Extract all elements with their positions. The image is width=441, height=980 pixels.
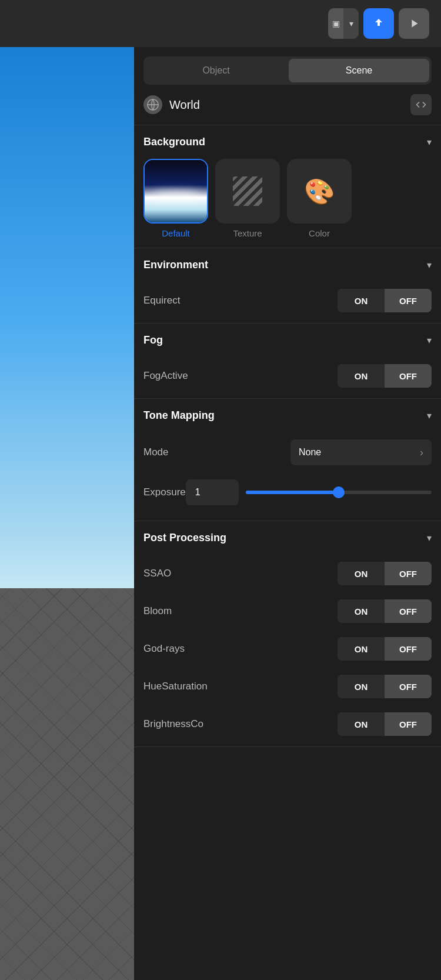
background-default-label: Default: [162, 228, 190, 238]
texture-icon: [231, 175, 264, 208]
world-header: World: [134, 85, 441, 125]
fog-section-header[interactable]: Fog ▾: [143, 324, 432, 357]
background-section: Background ▾ Default Textur: [134, 125, 441, 248]
background-default-box[interactable]: [143, 159, 208, 224]
mode-row: Mode None ›: [143, 432, 432, 472]
environment-section-header[interactable]: Environment ▾: [143, 248, 432, 282]
exposure-slider-thumb[interactable]: [333, 486, 345, 498]
world-icon: [143, 95, 162, 114]
equirect-off-button[interactable]: OFF: [385, 289, 432, 312]
hue-saturation-row: HueSaturation ON OFF: [143, 668, 432, 705]
background-title: Background: [143, 136, 205, 148]
hue-saturation-label: HueSaturation: [143, 681, 208, 692]
god-rays-toggle: ON OFF: [338, 637, 432, 661]
tab-scene[interactable]: Scene: [289, 59, 429, 82]
god-rays-off-button[interactable]: OFF: [385, 637, 432, 661]
mode-dropdown-arrow-icon: ›: [420, 446, 423, 459]
background-texture-label: Texture: [233, 228, 262, 238]
post-processing-title: Post Processing: [143, 532, 226, 544]
fog-chevron-icon: ▾: [427, 335, 432, 346]
tone-mapping-title: Tone Mapping: [143, 409, 215, 422]
fog-active-row: FogActive ON OFF: [143, 357, 432, 395]
layout-button[interactable]: ▣ ▾: [328, 8, 359, 39]
background-color-box[interactable]: 🎨: [287, 159, 352, 224]
fog-active-label: FogActive: [143, 370, 188, 382]
brightness-contrast-on-button[interactable]: ON: [338, 712, 385, 736]
upload-button[interactable]: [363, 8, 394, 39]
ssao-on-button[interactable]: ON: [338, 562, 385, 585]
default-bg-preview: [145, 160, 207, 222]
mode-dropdown[interactable]: None ›: [290, 439, 432, 465]
preview-sky: [0, 47, 134, 588]
world-title: World: [169, 98, 410, 112]
tone-mapping-section-header[interactable]: Tone Mapping ▾: [143, 399, 432, 432]
exposure-row: Exposure 1: [143, 472, 432, 517]
horizon-line: [0, 579, 134, 579]
brightness-contrast-toggle: ON OFF: [338, 712, 432, 736]
exposure-slider-fill: [246, 491, 339, 494]
fog-title: Fog: [143, 334, 163, 346]
mode-label: Mode: [143, 446, 169, 458]
tone-mapping-section: Tone Mapping ▾ Mode None › Exposure 1: [134, 399, 441, 521]
fog-active-toggle: ON OFF: [338, 364, 432, 388]
ssao-toggle: ON OFF: [338, 562, 432, 585]
mode-value: None: [299, 447, 321, 458]
equirect-row: Equirect ON OFF: [143, 282, 432, 319]
environment-chevron-icon: ▾: [427, 259, 432, 271]
toolbar: ▣ ▾: [0, 0, 441, 47]
right-panel: Object Scene World Background ▾: [134, 47, 441, 980]
ssao-label: SSAO: [143, 568, 171, 579]
exposure-value: 1: [195, 487, 201, 498]
preview-ground: [0, 588, 134, 980]
fog-active-on-button[interactable]: ON: [338, 364, 385, 388]
tab-object[interactable]: Object: [146, 59, 286, 82]
bloom-toggle: ON OFF: [338, 599, 432, 623]
exposure-label: Exposure: [143, 486, 186, 498]
background-option-texture[interactable]: Texture: [215, 159, 280, 238]
background-color-label: Color: [309, 228, 330, 238]
hue-saturation-off-button[interactable]: OFF: [385, 675, 432, 698]
play-button[interactable]: [399, 8, 429, 39]
brightness-contrast-off-button[interactable]: OFF: [385, 712, 432, 736]
bg-glow: [152, 192, 199, 199]
bloom-off-button[interactable]: OFF: [385, 599, 432, 623]
bloom-on-button[interactable]: ON: [338, 599, 385, 623]
bloom-row: Bloom ON OFF: [143, 592, 432, 630]
background-section-header[interactable]: Background ▾: [143, 125, 432, 159]
code-button[interactable]: [410, 94, 432, 115]
ssao-row: SSAO ON OFF: [143, 555, 432, 592]
background-options: Default Texture 🎨 Color: [143, 159, 432, 248]
brightness-contrast-label: BrightnessCo: [143, 718, 203, 730]
fog-section: Fog ▾ FogActive ON OFF: [134, 324, 441, 399]
background-chevron-icon: ▾: [427, 136, 432, 148]
tone-mapping-chevron-icon: ▾: [427, 410, 432, 421]
hue-saturation-toggle: ON OFF: [338, 675, 432, 698]
post-processing-chevron-icon: ▾: [427, 532, 432, 544]
hue-saturation-on-button[interactable]: ON: [338, 675, 385, 698]
ssao-off-button[interactable]: OFF: [385, 562, 432, 585]
equirect-on-button[interactable]: ON: [338, 289, 385, 312]
post-processing-section-header[interactable]: Post Processing ▾: [143, 521, 432, 555]
preview-panel: [0, 47, 134, 980]
bloom-label: Bloom: [143, 605, 172, 617]
background-option-default[interactable]: Default: [143, 159, 208, 238]
equirect-toggle: ON OFF: [338, 289, 432, 312]
equirect-label: Equirect: [143, 295, 180, 306]
background-texture-box[interactable]: [215, 159, 280, 224]
exposure-slider[interactable]: [246, 491, 432, 494]
environment-section: Environment ▾ Equirect ON OFF: [134, 248, 441, 324]
exposure-value-box: 1: [186, 479, 239, 505]
palette-icon: 🎨: [304, 177, 335, 206]
post-processing-section: Post Processing ▾ SSAO ON OFF Bloom ON O…: [134, 521, 441, 747]
god-rays-row: God-rays ON OFF: [143, 630, 432, 668]
tab-bar: Object Scene: [143, 56, 432, 85]
god-rays-label: God-rays: [143, 643, 185, 655]
environment-title: Environment: [143, 259, 208, 271]
fog-active-off-button[interactable]: OFF: [385, 364, 432, 388]
brightness-contrast-row: BrightnessCo ON OFF: [143, 705, 432, 743]
god-rays-on-button[interactable]: ON: [338, 637, 385, 661]
background-option-color[interactable]: 🎨 Color: [287, 159, 352, 238]
